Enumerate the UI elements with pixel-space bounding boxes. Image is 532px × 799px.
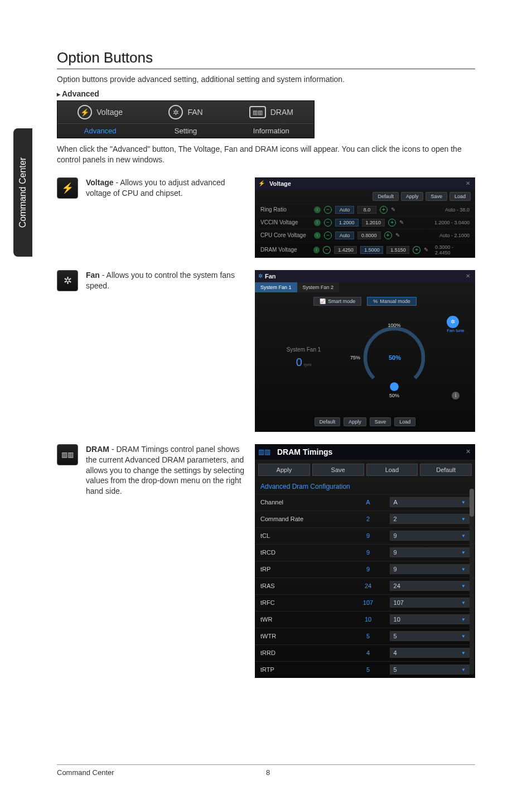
edit-icon[interactable]: ✎ [399,219,407,225]
dram-row: Channel A A▼ [255,494,475,511]
minus-button[interactable]: − [324,206,332,214]
sidebar-tab-label: Command Center [18,157,28,228]
dram-dropdown[interactable]: 4▼ [390,648,470,658]
default-button[interactable]: Default [373,192,399,201]
close-icon[interactable]: ✕ [464,448,472,456]
fan-rpm-unit: rpm [304,362,312,367]
tab-system-fan-2[interactable]: System Fan 2 [297,282,340,292]
voltage-badge-icon: ⚡ [57,177,78,199]
voltage-field: 1.2010 [362,219,385,227]
voltage-panel: ⚡ Voltage ✕ Default Apply Save Load Ring… [255,177,475,258]
dram-dropdown[interactable]: 10▼ [390,614,470,624]
tab-voltage-label: Voltage [96,108,123,117]
chevron-down-icon: ▼ [461,567,466,572]
voltage-row: DRAM Voltage i −1.42501.5000 1.5150 + ✎ … [255,242,475,258]
dram-param-name: Command Rate [260,516,346,522]
default-button[interactable]: Default [420,464,472,476]
save-button[interactable]: Save [425,192,447,201]
default-button[interactable]: Default [315,417,341,426]
dial-50-label: 50% [389,393,399,398]
footer-title: Command Center [57,768,266,777]
dram-icon: ▥▥ [249,106,266,118]
dram-current-value: 5 [346,633,389,639]
dram-dropdown[interactable]: 24▼ [390,581,470,591]
load-button[interactable]: Load [394,417,415,426]
info-icon[interactable]: i [313,247,320,253]
apply-button[interactable]: Apply [344,417,366,426]
dram-dropdown[interactable]: 5▼ [390,631,470,641]
chevron-down-icon: ▼ [461,600,466,605]
info-icon[interactable]: i [314,232,321,239]
info-icon[interactable]: i [314,219,321,226]
dram-param-name: tRTP [260,666,346,673]
voltage-range: 0.3000 - 2.4450 [435,244,470,256]
close-icon[interactable]: ✕ [464,180,472,187]
tab-system-fan-1[interactable]: System Fan 1 [255,282,297,292]
voltage-range: Auto - 2.1000 [439,233,470,238]
dram-current-value: 5 [346,666,389,673]
dram-dropdown[interactable]: 9▼ [390,547,470,557]
save-button[interactable]: Save [312,464,364,476]
dram-dropdown[interactable]: 9▼ [390,531,470,541]
dram-dropdown[interactable]: 2▼ [390,514,470,524]
dram-subtitle: Advanced Dram Configuration [255,479,475,494]
tab-voltage[interactable]: ⚡ Voltage [57,101,143,123]
info-icon[interactable]: i [314,206,321,213]
scrollbar[interactable] [470,489,474,675]
dram-dropdown[interactable]: 9▼ [390,564,470,574]
fan-icon: ✲ [168,105,183,119]
voltage-input[interactable]: 1.2000 [335,219,359,227]
minus-button[interactable]: − [324,232,332,239]
close-icon[interactable]: ✕ [464,272,472,280]
apply-button[interactable]: Apply [258,464,310,476]
tab-fan[interactable]: ✲ FAN [143,101,228,123]
footer-page: 8 [266,768,475,777]
info-icon[interactable]: i [452,392,460,399]
chevron-down-icon: ▼ [461,667,466,672]
save-button[interactable]: Save [370,417,391,426]
dial-center-value: 50% [389,354,401,361]
chevron-down-icon: ▼ [461,550,466,555]
voltage-input[interactable]: Auto [335,232,354,239]
voltage-field: 1.4250 [334,246,357,254]
minus-button[interactable]: − [324,219,332,227]
subtab-setting[interactable]: Setting [143,123,228,138]
voltage-input[interactable]: Auto [335,206,354,214]
manual-mode-button[interactable]: %Manual mode [367,297,417,306]
dram-row: tRAS 24 24▼ [255,577,475,594]
dial-100-label: 100% [388,323,400,328]
fan-tune-button[interactable]: ✲ [447,316,459,328]
plus-button[interactable]: + [384,232,392,239]
fan-tune-label: Fan tune [447,328,465,333]
edit-icon[interactable]: ✎ [391,206,399,213]
fan-text: Fan - Allows you to control the system f… [86,270,247,432]
minus-button[interactable]: − [323,246,331,254]
dram-dropdown[interactable]: A▼ [390,497,470,507]
chevron-down-icon: ▼ [461,500,466,505]
voltage-input[interactable]: 1.5000 [360,246,383,254]
smart-mode-button[interactable]: 📈Smart mode [313,297,361,306]
dram-label: DRAM [86,445,109,454]
dram-dropdown[interactable]: 107▼ [390,598,470,608]
advanced-tabs: ⚡ Voltage Advanced ✲ FAN Setting ▥▥ DRAM… [57,100,315,138]
plus-button[interactable]: + [388,219,396,227]
subtab-advanced[interactable]: Advanced [57,123,143,138]
dram-current-value: 107 [346,599,389,606]
scrollbar-thumb[interactable] [470,489,474,517]
load-button[interactable]: Load [366,464,418,476]
edit-icon[interactable]: ✎ [424,247,432,253]
subtab-information[interactable]: Information [229,123,314,138]
plus-button[interactable]: + [380,206,388,214]
dram-dropdown[interactable]: 5▼ [390,665,470,675]
plus-button[interactable]: + [413,246,420,254]
edit-icon[interactable]: ✎ [395,232,403,238]
tab-dram[interactable]: ▥▥ DRAM [229,101,314,123]
voltage-row-name: VCCIN Voltage [260,219,311,225]
apply-button[interactable]: Apply [401,192,424,201]
load-button[interactable]: Load [449,192,471,201]
dram-row: tWR 10 10▼ [255,611,475,628]
dram-badge-icon: ▥▥ [57,444,78,465]
chevron-down-icon: ▼ [461,634,466,639]
dram-row: tRRD 4 4▼ [255,644,475,661]
fan-dial[interactable]: 100% 75% 50% 50% [347,316,442,399]
